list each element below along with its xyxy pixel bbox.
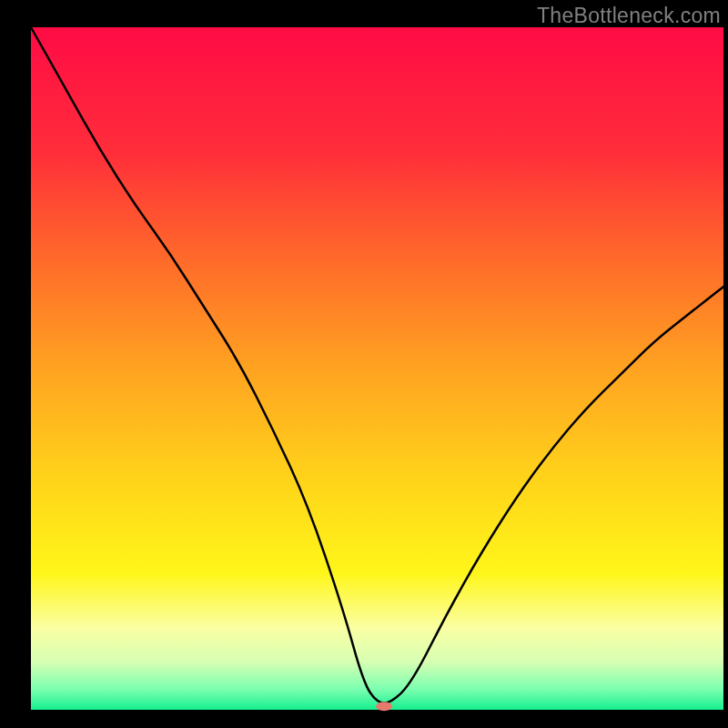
plot-background	[31, 27, 723, 710]
bottleneck-chart	[0, 0, 728, 728]
attribution-label: TheBottleneck.com	[537, 4, 721, 28]
chart-container: TheBottleneck.com	[0, 0, 728, 728]
marker-point	[376, 702, 392, 711]
